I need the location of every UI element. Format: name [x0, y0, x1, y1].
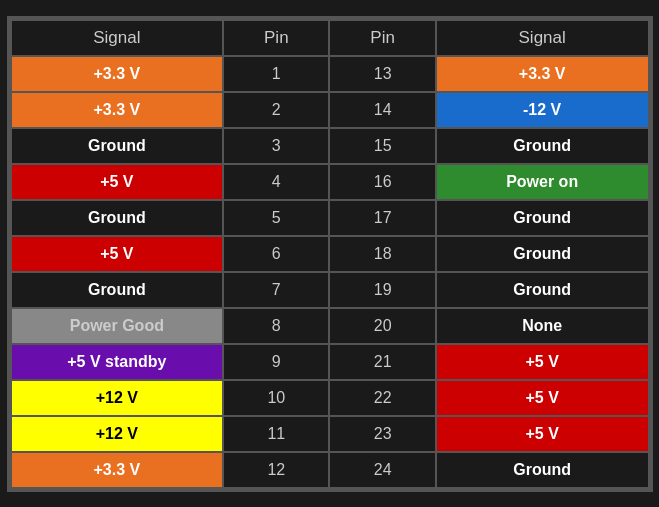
pin-right-cell: 15 [329, 128, 435, 164]
pin-left-cell: 5 [223, 200, 329, 236]
signal-right-cell: -12 V [436, 92, 649, 128]
signal-right-cell: +5 V [436, 416, 649, 452]
header-signal-right: Signal [436, 20, 649, 56]
header-pin-left: Pin [223, 20, 329, 56]
pin-left-cell: 4 [223, 164, 329, 200]
signal-right-cell: Ground [436, 452, 649, 488]
signal-left-cell: Ground [11, 128, 224, 164]
header-pin-right: Pin [329, 20, 435, 56]
pin-left-cell: 6 [223, 236, 329, 272]
signal-left-cell: Ground [11, 272, 224, 308]
signal-left-cell: +5 V standby [11, 344, 224, 380]
pin-left-cell: 11 [223, 416, 329, 452]
table-row: Power Good820None [11, 308, 649, 344]
signal-left-cell: Ground [11, 200, 224, 236]
signal-left-cell: +12 V [11, 416, 224, 452]
signal-right-cell: +5 V [436, 380, 649, 416]
table-row: +12 V1123+5 V [11, 416, 649, 452]
pin-right-cell: 20 [329, 308, 435, 344]
signal-right-cell: Power on [436, 164, 649, 200]
table-row: +3.3 V214-12 V [11, 92, 649, 128]
pin-right-cell: 14 [329, 92, 435, 128]
pin-left-cell: 10 [223, 380, 329, 416]
pin-left-cell: 1 [223, 56, 329, 92]
table-body: +3.3 V113+3.3 V+3.3 V214-12 VGround315Gr… [11, 56, 649, 488]
pin-right-cell: 17 [329, 200, 435, 236]
table-row: Ground517Ground [11, 200, 649, 236]
signal-right-cell: Ground [436, 236, 649, 272]
header-signal-left: Signal [11, 20, 224, 56]
signal-right-cell: None [436, 308, 649, 344]
table-row: Ground719Ground [11, 272, 649, 308]
pin-left-cell: 12 [223, 452, 329, 488]
table-row: +3.3 V113+3.3 V [11, 56, 649, 92]
signal-left-cell: +3.3 V [11, 56, 224, 92]
pin-right-cell: 13 [329, 56, 435, 92]
signal-left-cell: Power Good [11, 308, 224, 344]
pin-right-cell: 21 [329, 344, 435, 380]
pin-left-cell: 7 [223, 272, 329, 308]
signal-right-cell: +5 V [436, 344, 649, 380]
pin-right-cell: 18 [329, 236, 435, 272]
table-row: +5 V618Ground [11, 236, 649, 272]
header-row: Signal Pin Pin Signal [11, 20, 649, 56]
signal-right-cell: +3.3 V [436, 56, 649, 92]
table-row: +3.3 V1224Ground [11, 452, 649, 488]
signal-left-cell: +3.3 V [11, 92, 224, 128]
table-row: +5 V standby921+5 V [11, 344, 649, 380]
signal-right-cell: Ground [436, 128, 649, 164]
pin-right-cell: 16 [329, 164, 435, 200]
pin-right-cell: 23 [329, 416, 435, 452]
signal-left-cell: +5 V [11, 164, 224, 200]
pin-right-cell: 22 [329, 380, 435, 416]
signal-left-cell: +3.3 V [11, 452, 224, 488]
pin-left-cell: 3 [223, 128, 329, 164]
atx-pinout-table: Signal Pin Pin Signal +3.3 V113+3.3 V+3.… [7, 16, 653, 492]
signal-left-cell: +12 V [11, 380, 224, 416]
table-row: Ground315Ground [11, 128, 649, 164]
signal-right-cell: Ground [436, 272, 649, 308]
table-row: +5 V416Power on [11, 164, 649, 200]
pin-right-cell: 24 [329, 452, 435, 488]
pin-left-cell: 9 [223, 344, 329, 380]
pin-left-cell: 8 [223, 308, 329, 344]
signal-right-cell: Ground [436, 200, 649, 236]
table-row: +12 V1022+5 V [11, 380, 649, 416]
pin-right-cell: 19 [329, 272, 435, 308]
signal-left-cell: +5 V [11, 236, 224, 272]
pin-left-cell: 2 [223, 92, 329, 128]
